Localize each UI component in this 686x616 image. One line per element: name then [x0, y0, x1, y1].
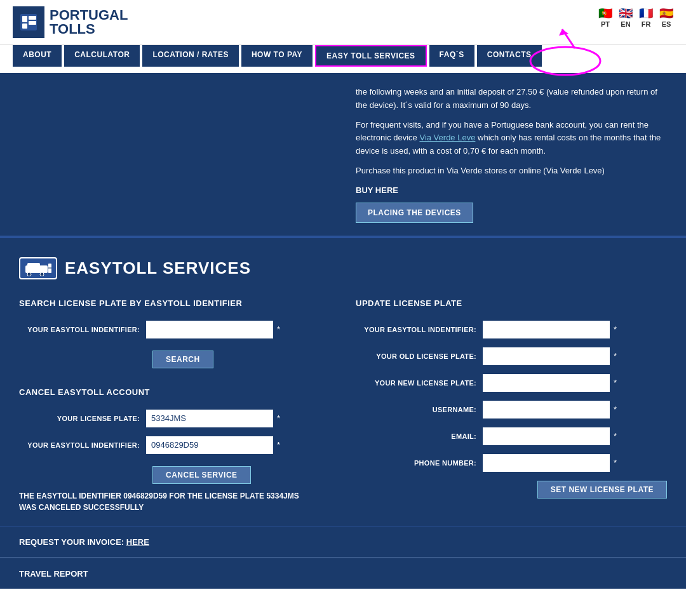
nav-easy-toll[interactable]: EASY TOLL SERVICES: [315, 45, 427, 67]
header: PORTUGAL TOLLS 🇵🇹 PT 🇬🇧 EN 🇫🇷 FR 🇪🇸 ES: [0, 0, 686, 45]
top-para3: Purchase this product in Via Verde store…: [356, 164, 667, 178]
svg-rect-4: [29, 21, 36, 25]
cancel-license-required: *: [277, 413, 280, 423]
lang-es-label: ES: [662, 20, 671, 28]
right-column: UPDATE LICENSE PLATE YOUR EASYTOLL INDEN…: [356, 298, 667, 513]
top-para2: For frequent visits, and if you have a P…: [356, 119, 667, 158]
invoice-link[interactable]: HERE: [126, 537, 149, 547]
logo-tolls: TOLLS: [50, 22, 128, 36]
flag-en-icon: 🇬🇧: [619, 6, 633, 20]
lang-fr-label: FR: [642, 20, 651, 28]
logo-area[interactable]: PORTUGAL TOLLS: [13, 6, 128, 38]
left-column: SEARCH LICENSE PLATE BY EASYTOLL IDENTIF…: [19, 298, 330, 513]
easytoll-title: EASYTOLL SERVICES: [65, 258, 251, 278]
svg-rect-2: [22, 23, 27, 29]
cancel-success-message: THE EASYTOLL IDENTIFIER 0946829D59 FOR T…: [19, 490, 330, 513]
logo-portugal: PORTUGAL: [50, 8, 128, 22]
update-email-required: *: [614, 431, 617, 441]
svg-rect-9: [27, 263, 40, 268]
update-section-title: UPDATE LICENSE PLATE: [356, 298, 667, 308]
svg-rect-1: [22, 16, 27, 22]
update-old-plate-row: YOUR OLD LICENSE PLATE: *: [356, 347, 667, 365]
search-section: SEARCH LICENSE PLATE BY EASYTOLL IDENTIF…: [19, 298, 330, 368]
search-section-title: SEARCH LICENSE PLATE BY EASYTOLL IDENTIF…: [19, 298, 330, 308]
via-verde-link[interactable]: Via Verde Leve: [419, 133, 475, 142]
flag-fr-icon: 🇫🇷: [639, 6, 653, 20]
svg-rect-3: [29, 16, 36, 20]
flag-es-icon: 🇪🇸: [659, 6, 673, 20]
update-username-label: USERNAME:: [356, 406, 483, 413]
update-phone-input[interactable]: [483, 454, 610, 472]
search-button[interactable]: SEARCH: [152, 351, 213, 368]
update-old-plate-label: YOUR OLD LICENSE PLATE:: [356, 352, 483, 360]
travel-report-section: TRAVEL REPORT: [0, 557, 686, 589]
svg-point-10: [27, 272, 31, 276]
cancel-license-row: YOUR LICENSE PLATE: *: [19, 410, 330, 427]
success-line1: THE EASYTOLL IDENTIFIER 0946829D59 FOR T…: [19, 490, 330, 502]
cancel-license-label: YOUR LICENSE PLATE:: [19, 415, 146, 422]
update-new-plate-row: YOUR NEW LICENSE PLATE: *: [356, 374, 667, 392]
update-new-plate-input[interactable]: [483, 374, 610, 392]
buy-here-label: BUY HERE: [356, 184, 667, 198]
set-license-button[interactable]: SET NEW LICENSE PLATE: [537, 481, 667, 499]
update-username-row: USERNAME: *: [356, 401, 667, 418]
lang-es[interactable]: 🇪🇸 ES: [659, 6, 673, 28]
update-identifier-required: *: [614, 325, 617, 334]
nav-how-to-pay[interactable]: HOW TO PAY: [241, 45, 313, 67]
svg-point-11: [40, 272, 44, 276]
lang-fr[interactable]: 🇫🇷 FR: [639, 6, 653, 28]
search-identifier-row: YOUR EASYTOLL INDENTIFIER: *: [19, 321, 330, 338]
invoice-section: REQUEST YOUR INVOICE: HERE: [0, 526, 686, 557]
flag-pt-icon: 🇵🇹: [598, 6, 612, 20]
update-old-plate-required: *: [614, 351, 617, 361]
update-email-input[interactable]: [483, 427, 610, 445]
top-content-area: the following weeks and an initial depos…: [0, 73, 686, 236]
update-phone-row: PHONE NUMBER: *: [356, 454, 667, 472]
lang-en-label: EN: [621, 20, 630, 28]
update-email-label: EMAIL:: [356, 432, 483, 440]
lang-pt[interactable]: 🇵🇹 PT: [598, 6, 612, 28]
update-phone-required: *: [614, 458, 617, 467]
update-new-plate-label: YOUR NEW LICENSE PLATE:: [356, 379, 483, 387]
nav-faqs[interactable]: FAQ´S: [429, 45, 474, 67]
logo-icon: [13, 6, 44, 38]
top-para1: the following weeks and an initial depos…: [356, 86, 667, 112]
language-selector: 🇵🇹 PT 🇬🇧 EN 🇫🇷 FR 🇪🇸 ES: [598, 6, 673, 28]
easytoll-section: EASYTOLL SERVICES SEARCH LICENSE PLATE B…: [0, 238, 686, 526]
lang-en[interactable]: 🇬🇧 EN: [619, 6, 633, 28]
main-columns: SEARCH LICENSE PLATE BY EASYTOLL IDENTIF…: [19, 298, 667, 513]
placing-devices-button[interactable]: PLACING THE DEVICES: [356, 203, 473, 223]
cancel-identifier-label: YOUR EASYTOLL INDENTIFIER:: [19, 441, 146, 449]
update-username-input[interactable]: [483, 401, 610, 418]
update-email-row: EMAIL: *: [356, 427, 667, 445]
update-identifier-row: YOUR EASYTOLL INDENTIFIER: *: [356, 321, 667, 338]
logo-text: PORTUGAL TOLLS: [50, 8, 128, 36]
search-identifier-input[interactable]: [146, 321, 273, 338]
cancel-section-title: CANCEL EASYTOLL ACCOUNT: [19, 387, 330, 397]
update-username-required: *: [614, 405, 617, 414]
invoice-prefix: REQUEST YOUR INVOICE:: [19, 537, 124, 547]
cancel-section: CANCEL EASYTOLL ACCOUNT YOUR LICENSE PLA…: [19, 387, 330, 513]
cancel-service-button[interactable]: CANCEL SERVICE: [152, 466, 251, 484]
nav-about[interactable]: ABOUT: [13, 45, 62, 67]
cancel-identifier-required: *: [277, 440, 280, 450]
search-required-star: *: [277, 325, 280, 334]
lang-pt-label: PT: [601, 20, 610, 28]
bus-icon: [19, 257, 57, 279]
nav-location-rates[interactable]: LOCATION / RATES: [142, 45, 239, 67]
update-old-plate-input[interactable]: [483, 347, 610, 365]
update-identifier-label: YOUR EASYTOLL INDENTIFIER:: [356, 326, 483, 333]
cancel-license-input[interactable]: [146, 410, 273, 427]
cancel-identifier-input[interactable]: [146, 436, 273, 454]
nav-calculator[interactable]: CALCULATOR: [64, 45, 140, 67]
update-new-plate-required: *: [614, 378, 617, 387]
update-phone-label: PHONE NUMBER:: [356, 459, 483, 467]
nav-contacts[interactable]: CONTACTS: [477, 45, 542, 67]
section-title-row: EASYTOLL SERVICES: [19, 257, 667, 279]
cancel-identifier-row: YOUR EASYTOLL INDENTIFIER: *: [19, 436, 330, 454]
invoice-label: REQUEST YOUR INVOICE: HERE: [19, 537, 149, 547]
travel-report-label: TRAVEL REPORT: [19, 569, 88, 579]
update-identifier-input[interactable]: [483, 321, 610, 338]
main-nav: ABOUT CALCULATOR LOCATION / RATES HOW TO…: [0, 45, 686, 73]
search-identifier-label: YOUR EASYTOLL INDENTIFIER:: [19, 326, 146, 333]
